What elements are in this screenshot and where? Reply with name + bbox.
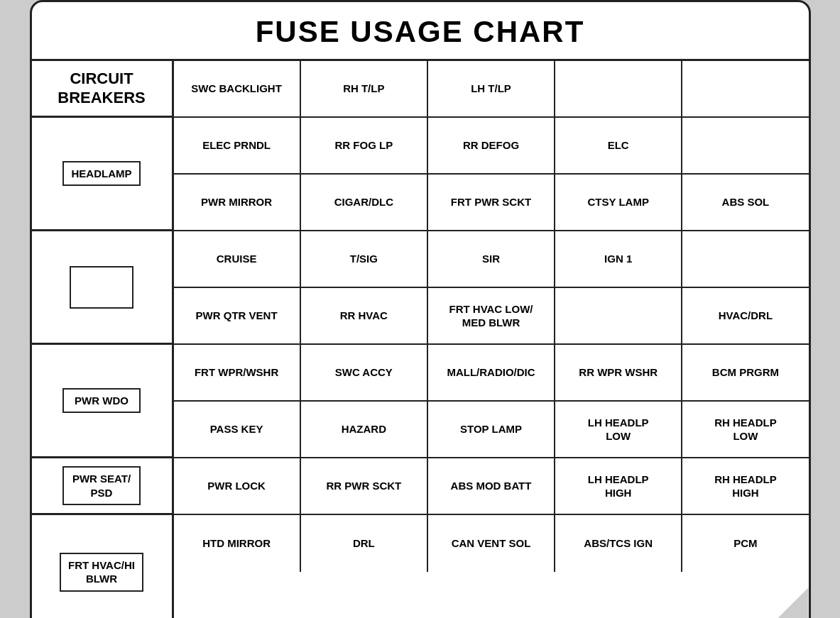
cell-r5c1: PWR QTR VENT (174, 288, 301, 343)
chart-title: FUSE USAGE CHART (32, 2, 809, 61)
cell-r7c5: RH HEADLPLOW (682, 402, 808, 457)
grid-row-1: SWC BACKLIGHT RH T/LP LH T/LP (174, 61, 809, 118)
cell-r6c4: RR WPR WSHR (555, 345, 682, 400)
cell-r1c3: LH T/LP (428, 61, 555, 116)
empty-cb-box (70, 266, 133, 309)
headlamp-box: HEADLAMP (62, 161, 141, 187)
cell-r3c3: FRT PWR SCKT (428, 175, 555, 230)
cell-r1c1: SWC BACKLIGHT (174, 61, 301, 116)
cell-r5c2: RR HVAC (301, 288, 428, 343)
grid-row-5: PWR QTR VENT RR HVAC FRT HVAC LOW/MED BL… (174, 288, 809, 345)
cell-r8c2: RR PWR SCKT (301, 458, 428, 514)
headlamp-cell: HEADLAMP (32, 118, 172, 231)
cell-r8c4: LH HEADLPHIGH (555, 458, 682, 514)
grid-row-7: PASS KEY HAZARD STOP LAMP LH HEADLPLOW R… (174, 402, 809, 458)
cell-r8c3: ABS MOD BATT (428, 458, 555, 514)
cell-r5c4 (555, 288, 682, 343)
pwr-wdo-box: PWR WDO (62, 388, 141, 414)
grid-row-3: PWR MIRROR CIGAR/DLC FRT PWR SCKT CTSY L… (174, 175, 809, 231)
cell-r7c4: LH HEADLPLOW (555, 402, 682, 457)
chart-body: CIRCUITBREAKERS HEADLAMP PWR WDO PWR SEA… (32, 61, 809, 618)
cell-r4c2: T/SIG (301, 231, 428, 287)
cell-r7c2: HAZARD (301, 402, 428, 457)
empty-cb-cell (32, 231, 172, 345)
cell-r4c5 (682, 231, 808, 287)
cell-r1c5 (682, 61, 808, 116)
pwr-seat-cell: PWR SEAT/PSD (32, 458, 172, 515)
frt-hvac-box: FRT HVAC/HIBLWR (60, 553, 143, 592)
cell-r9c2: DRL (301, 515, 428, 572)
grid-row-4: CRUISE T/SIG SIR IGN 1 (174, 231, 809, 288)
cell-r3c2: CIGAR/DLC (301, 175, 428, 230)
cell-r5c5: HVAC/DRL (682, 288, 808, 343)
cell-r2c2: RR FOG LP (301, 118, 428, 173)
cell-r9c4: ABS/TCS IGN (555, 515, 682, 572)
cell-r6c3: MALL/RADIO/DIC (428, 345, 555, 400)
fuse-chart: FUSE USAGE CHART CIRCUITBREAKERS HEADLAM… (30, 0, 811, 618)
cell-r3c4: CTSY LAMP (555, 175, 682, 230)
cell-r8c1: PWR LOCK (174, 458, 301, 514)
cell-r4c3: SIR (428, 231, 555, 287)
cell-r1c2: RH T/LP (301, 61, 428, 116)
cell-r9c5: PCM (682, 515, 808, 572)
cell-r9c1: HTD MIRROR (174, 515, 301, 572)
cell-r3c1: PWR MIRROR (174, 175, 301, 230)
cell-r3c5: ABS SOL (682, 175, 808, 230)
circuit-breakers-header: CIRCUITBREAKERS (32, 61, 172, 118)
cell-r2c5 (682, 118, 808, 173)
pwr-seat-box: PWR SEAT/PSD (62, 466, 141, 505)
grid-row-9: HTD MIRROR DRL CAN VENT SOL ABS/TCS IGN … (174, 515, 809, 572)
cell-r2c3: RR DEFOG (428, 118, 555, 173)
cell-r4c4: IGN 1 (555, 231, 682, 287)
frt-hvac-cell: FRT HVAC/HIBLWR (32, 515, 172, 618)
grid-row-2: ELEC PRNDL RR FOG LP RR DEFOG ELC (174, 118, 809, 175)
grid-row-6: FRT WPR/WSHR SWC ACCY MALL/RADIO/DIC RR … (174, 345, 809, 402)
cell-r6c1: FRT WPR/WSHR (174, 345, 301, 400)
left-column: CIRCUITBREAKERS HEADLAMP PWR WDO PWR SEA… (32, 61, 174, 618)
cell-r9c3: CAN VENT SOL (428, 515, 555, 572)
cell-r4c1: CRUISE (174, 231, 301, 287)
cell-r7c1: PASS KEY (174, 402, 301, 457)
cell-r2c1: ELEC PRNDL (174, 118, 301, 173)
cell-r6c2: SWC ACCY (301, 345, 428, 400)
cell-r6c5: BCM PRGRM (682, 345, 808, 400)
cell-r5c3: FRT HVAC LOW/MED BLWR (428, 288, 555, 343)
cell-r2c4: ELC (555, 118, 682, 173)
right-grid: SWC BACKLIGHT RH T/LP LH T/LP ELEC PRNDL… (174, 61, 809, 618)
cell-r1c4 (555, 61, 682, 116)
grid-row-8: PWR LOCK RR PWR SCKT ABS MOD BATT LH HEA… (174, 458, 809, 515)
cell-r7c3: STOP LAMP (428, 402, 555, 457)
pwr-wdo-cell: PWR WDO (32, 345, 172, 458)
cell-r8c5: RH HEADLPHIGH (682, 458, 808, 514)
